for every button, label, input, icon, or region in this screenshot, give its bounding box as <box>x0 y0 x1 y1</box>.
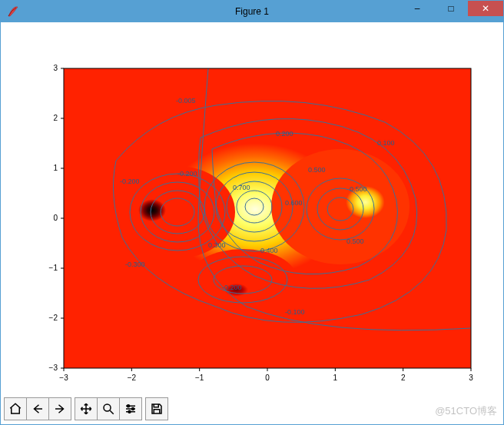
svg-text:-0.005: -0.005 <box>176 97 196 105</box>
y-tick-label: −3 <box>49 364 58 372</box>
x-tick-label: −2 <box>128 374 137 382</box>
svg-text:0.600: 0.600 <box>285 199 303 207</box>
pan-button[interactable] <box>75 398 97 420</box>
svg-text:-0.300: -0.300 <box>125 261 145 268</box>
tk-feather-icon <box>5 4 21 19</box>
svg-text:0.500: 0.500 <box>308 166 326 174</box>
x-tick-label: 1 <box>333 374 338 382</box>
svg-text:0.500: 0.500 <box>350 185 367 193</box>
y-tick-label: 0 <box>53 214 58 222</box>
svg-text:0.100: 0.100 <box>377 139 395 147</box>
y-tick-label: −1 <box>49 264 58 272</box>
svg-point-2 <box>271 149 410 264</box>
y-tick-label: 3 <box>53 64 58 72</box>
y-tick-label: 2 <box>53 114 58 122</box>
back-button[interactable] <box>26 398 48 420</box>
x-tick-label: −3 <box>59 374 68 382</box>
svg-text:0.700: 0.700 <box>233 184 250 191</box>
svg-text:-0.200: -0.200 <box>177 170 197 178</box>
save-button[interactable] <box>146 398 167 420</box>
x-tick-label: 0 <box>265 374 270 382</box>
x-tick-label: 2 <box>401 374 406 382</box>
svg-point-50 <box>128 405 130 407</box>
plot-svg: -0.005 -0.200 -0.300 0.300 0.700 0.600 0… <box>1 22 503 395</box>
x-tick-label: 3 <box>469 374 473 382</box>
svg-point-49 <box>104 404 111 411</box>
svg-text:0.400: 0.400 <box>260 247 278 254</box>
svg-text:0.200: 0.200 <box>276 130 293 138</box>
figure-canvas[interactable]: -0.005 -0.200 -0.300 0.300 0.700 0.600 0… <box>1 22 503 395</box>
forward-button[interactable] <box>48 398 71 420</box>
home-button[interactable] <box>5 398 26 420</box>
close-button[interactable]: ✕ <box>468 1 503 16</box>
configure-button[interactable] <box>119 398 141 420</box>
axes: -0.005 -0.200 -0.300 0.300 0.700 0.600 0… <box>49 64 474 382</box>
svg-point-51 <box>132 408 134 410</box>
titlebar[interactable]: Figure 1 – □ ✕ <box>1 1 503 22</box>
svg-text:-0.100: -0.100 <box>285 308 305 316</box>
svg-text:-0.200: -0.200 <box>222 284 242 291</box>
svg-point-4 <box>189 249 297 307</box>
maximize-button[interactable]: □ <box>434 1 468 16</box>
svg-text:-0.200: -0.200 <box>120 178 140 185</box>
zoom-button[interactable] <box>97 398 119 420</box>
x-tick-label: −1 <box>195 374 204 382</box>
y-tick-label: 1 <box>53 164 58 172</box>
window-controls: – □ ✕ <box>400 1 503 16</box>
watermark: @51CTO博客 <box>435 404 497 418</box>
window-frame: Figure 1 – □ ✕ <box>0 0 504 425</box>
svg-text:0.500: 0.500 <box>346 237 364 245</box>
y-tick-label: −2 <box>49 314 58 322</box>
mpl-toolbar <box>4 397 171 421</box>
minimize-button[interactable]: – <box>400 1 434 16</box>
svg-point-52 <box>128 410 131 413</box>
svg-text:0.300: 0.300 <box>208 241 226 249</box>
